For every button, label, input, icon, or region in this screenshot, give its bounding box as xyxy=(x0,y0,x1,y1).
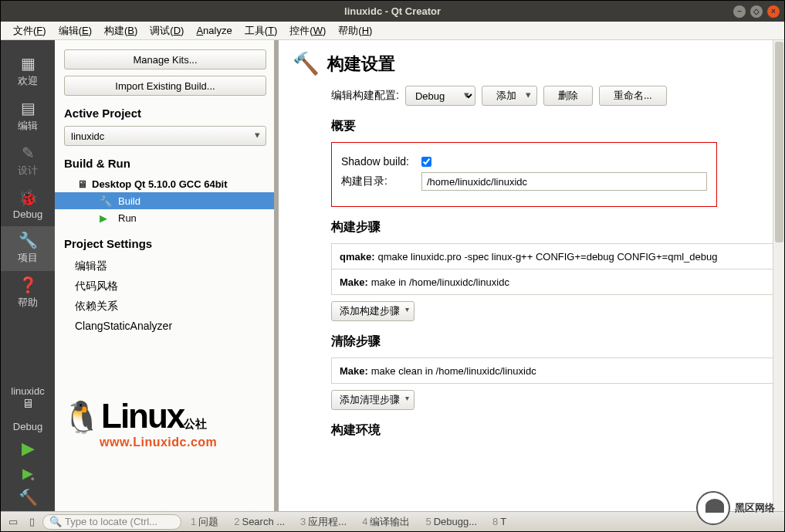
locator-placeholder: Type to locate (Ctrl... xyxy=(65,516,157,527)
add-build-step-button[interactable]: 添加构建步骤 xyxy=(331,301,414,321)
make-cmd: make in /home/linuxidc/linuxidc xyxy=(371,276,509,288)
search-icon: 🔍 xyxy=(49,516,62,527)
kit-tree: 🖥Desktop Qt 5.10.0 GCC 64bit 🔧Build ▶Run xyxy=(64,176,266,226)
settings-clang[interactable]: ClangStaticAnalyzer xyxy=(64,317,266,335)
make-label: Make: xyxy=(340,276,368,288)
monitor-icon: 🖥 xyxy=(75,178,89,190)
play-icon: ▶ xyxy=(22,439,35,458)
settings-codestyle[interactable]: 代码风格 xyxy=(64,276,266,296)
output-search[interactable]: 2Search ... xyxy=(228,516,291,527)
shadow-build-checkbox[interactable] xyxy=(421,157,431,167)
menu-analyze[interactable]: Analyze xyxy=(190,23,238,38)
pencil-icon: ✎ xyxy=(1,144,55,162)
play-small-icon: ▶ xyxy=(100,212,113,224)
project-settings-list: 编辑器 代码风格 依赖关系 ClangStaticAnalyzer xyxy=(64,256,266,335)
run-item[interactable]: ▶Run xyxy=(64,209,266,226)
menu-tools[interactable]: 工具(T) xyxy=(239,22,284,39)
qmake-label: qmake: xyxy=(340,251,375,263)
menu-debug[interactable]: 调试(D) xyxy=(144,22,190,39)
config-label: 编辑构建配置: xyxy=(331,89,399,103)
builddir-label: 构建目录: xyxy=(341,175,415,188)
mode-edit[interactable]: ▤编辑 xyxy=(1,94,55,139)
delete-config-button[interactable]: 删除 xyxy=(543,86,593,106)
active-project-heading: Active Project xyxy=(64,107,266,120)
add-label: 添加 xyxy=(496,90,516,101)
menu-edit[interactable]: 编辑(E) xyxy=(52,22,98,39)
hammer-icon: 🔨 xyxy=(1,488,55,507)
build-item[interactable]: 🔧Build xyxy=(55,192,274,209)
help-icon: ❓ xyxy=(1,276,55,294)
menu-widgets[interactable]: 控件(W) xyxy=(283,22,332,39)
config-label: Debug xyxy=(13,421,42,432)
close-button[interactable]: × xyxy=(767,5,780,18)
wrench-icon: 🔧 xyxy=(1,231,55,249)
project-settings-heading: Project Settings xyxy=(64,237,266,250)
play-bug-icon: ▶● xyxy=(22,466,33,481)
bug-icon: 🐞 xyxy=(1,188,55,207)
maximize-button[interactable]: ◇ xyxy=(750,5,763,18)
toggle-sidebar-icon[interactable]: ▭ xyxy=(5,516,21,527)
build-run-heading: Build & Run xyxy=(64,157,266,170)
build-label: Build xyxy=(118,195,140,207)
title-bar: linuxidc - Qt Creator – ◇ × xyxy=(1,1,784,22)
sb-label-3: 应用程... xyxy=(308,516,347,527)
qmake-cmd: qmake linuxidc.pro -spec linux-g++ CONFI… xyxy=(377,251,717,263)
locator-input[interactable]: 🔍Type to locate (Ctrl... xyxy=(42,514,181,530)
manage-kits-button[interactable]: Manage Kits... xyxy=(64,49,266,69)
import-build-button[interactable]: Import Existing Build... xyxy=(64,76,266,96)
make-step[interactable]: Make: make in /home/linuxidc/linuxidc xyxy=(331,269,784,295)
output-issues[interactable]: 1问题 xyxy=(184,515,225,529)
mode-debug[interactable]: 🐞Debug xyxy=(1,184,55,226)
qmake-step[interactable]: qmake: qmake linuxidc.pro -spec linux-g+… xyxy=(331,243,784,269)
shadow-build-label: Shadow build: xyxy=(341,155,415,168)
sb-label-5: Debugg... xyxy=(434,516,477,527)
page-title: 构建设置 xyxy=(327,53,395,76)
add-clean-step-button[interactable]: 添加清理步骤 xyxy=(331,390,414,410)
target-label: linuxidc xyxy=(11,385,44,397)
debug-run-button[interactable]: ▶● xyxy=(1,462,55,485)
menu-help[interactable]: 帮助(H) xyxy=(332,22,378,39)
build-button[interactable]: 🔨 xyxy=(1,485,55,511)
target-selector[interactable]: linuxidc🖥Debug xyxy=(1,382,55,435)
kit-item[interactable]: 🖥Desktop Qt 5.10.0 GCC 64bit xyxy=(64,176,266,192)
minimize-button[interactable]: – xyxy=(733,5,746,18)
rename-config-button[interactable]: 重命名... xyxy=(599,86,667,106)
config-select[interactable]: Debug xyxy=(405,86,475,106)
mode-welcome-label: 欢迎 xyxy=(18,75,38,86)
watermark-url: www.Linuxidc.com xyxy=(100,435,217,449)
menu-file[interactable]: 文件(F) xyxy=(7,22,52,39)
menu-build[interactable]: 构建(B) xyxy=(98,22,144,39)
run-button[interactable]: ▶ xyxy=(1,435,55,462)
build-steps-heading: 构建步骤 xyxy=(331,219,784,236)
output-test[interactable]: 8T xyxy=(486,516,513,527)
mushroom-icon xyxy=(696,491,730,525)
summary-box: Shadow build: 构建目录: xyxy=(331,142,717,207)
mode-edit-label: 编辑 xyxy=(18,120,38,131)
builddir-input[interactable] xyxy=(421,172,707,191)
output-compile[interactable]: 4编译输出 xyxy=(356,515,416,529)
summary-heading: 概要 xyxy=(331,118,784,134)
vertical-scrollbar[interactable] xyxy=(773,40,784,511)
mode-design-label: 设计 xyxy=(18,164,38,176)
mode-welcome[interactable]: ▦欢迎 xyxy=(1,49,55,94)
add-config-button[interactable]: 添加 xyxy=(482,86,537,106)
settings-editor[interactable]: 编辑器 xyxy=(64,256,266,276)
mode-help[interactable]: ❓帮助 xyxy=(1,271,55,316)
mode-help-label: 帮助 xyxy=(18,296,38,308)
content-area: 🔨 构建设置 编辑构建配置: Debug 添加 删除 重命名... 概要 Sha… xyxy=(279,40,784,511)
sb-label-4: 编译输出 xyxy=(370,516,410,527)
grid-icon: ▦ xyxy=(1,54,55,73)
mode-project[interactable]: 🔧项目 xyxy=(1,226,55,271)
settings-deps[interactable]: 依赖关系 xyxy=(64,296,266,317)
project-select[interactable]: linuxidc xyxy=(64,126,266,146)
mode-design[interactable]: ✎设计 xyxy=(1,139,55,184)
output-debugger[interactable]: 5Debugg... xyxy=(419,516,483,527)
output-app[interactable]: 3应用程... xyxy=(294,515,353,529)
make-clean-step[interactable]: Make: make clean in /home/linuxidc/linux… xyxy=(331,357,784,384)
status-bar: ▭ ▯ 🔍Type to locate (Ctrl... 1问题 2Search… xyxy=(1,511,784,531)
make-clean-cmd: make clean in /home/linuxidc/linuxidc xyxy=(371,365,536,377)
scrollbar-thumb[interactable] xyxy=(775,42,783,242)
toggle-output-icon[interactable]: ▯ xyxy=(24,516,39,527)
sb-label-8: T xyxy=(500,516,506,527)
wrench-small-icon: 🔧 xyxy=(100,195,113,207)
